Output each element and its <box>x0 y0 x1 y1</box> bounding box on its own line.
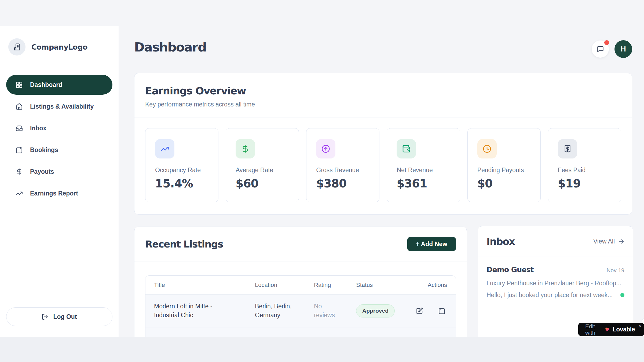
listing-rating: No reviews <box>314 302 339 320</box>
lovable-badge[interactable]: Edit with Lovable × <box>578 323 644 336</box>
trending-up-icon <box>155 139 174 158</box>
metrics-row: Occupancy Rate 15.4% Average Rate $60 Gr… <box>134 117 632 213</box>
recent-listings-title: Recent Listings <box>145 239 223 250</box>
col-title: Title <box>154 282 255 289</box>
metric-label: Net Revenue <box>397 167 450 174</box>
close-icon[interactable]: × <box>639 324 642 329</box>
sidebar-item-label: Earnings Report <box>30 190 78 197</box>
sidebar-item-bookings[interactable]: Bookings <box>6 140 112 160</box>
metric-average-rate: Average Rate $60 <box>226 128 299 202</box>
metric-fees-paid: Fees Paid $19 <box>548 128 621 202</box>
listings-table: Title Location Rating Status Actions Mod… <box>145 275 456 343</box>
metric-occupancy-rate: Occupancy Rate 15.4% <box>145 128 218 202</box>
col-location: Location <box>255 282 314 289</box>
message-subject: Luxury Penthouse in Prenzlauer Berg - Ro… <box>486 280 624 287</box>
table-row: Modern Loft in Mitte - Industrial Chic B… <box>145 294 456 327</box>
logo-text: CompanyLogo <box>31 43 87 51</box>
chat-button[interactable] <box>592 40 609 58</box>
metric-value: $19 <box>558 177 611 190</box>
sidebar-item-payouts[interactable]: Payouts <box>6 162 112 182</box>
metric-value: 15.4% <box>155 177 208 190</box>
metric-value: $361 <box>397 177 450 190</box>
earnings-subtitle: Key performance metrics across all time <box>145 101 621 108</box>
metric-value: $60 <box>236 177 289 190</box>
metric-label: Occupancy Rate <box>155 167 208 174</box>
notification-dot <box>604 40 609 45</box>
message-sender: Demo Guest <box>486 265 533 274</box>
status-badge: Approved <box>356 304 395 317</box>
inbox-message[interactable]: Demo Guest Nov 19 Luxury Penthouse in Pr… <box>478 257 633 308</box>
metric-label: Fees Paid <box>558 167 611 174</box>
logo: CompanyLogo <box>8 38 112 56</box>
grid-icon <box>16 81 23 88</box>
metric-pending-payouts: Pending Payouts $0 <box>467 128 541 202</box>
calendar-icon[interactable] <box>438 307 445 315</box>
trending-up-icon <box>16 190 23 197</box>
inbox-title: Inbox <box>486 236 515 247</box>
metric-label: Pending Payouts <box>477 167 531 174</box>
dollar-icon <box>236 139 255 158</box>
listing-title: Modern Loft in Mitte - Industrial Chic <box>154 302 235 320</box>
metric-gross-revenue: Gross Revenue $380 <box>306 128 379 202</box>
sidebar-item-label: Inbox <box>30 125 46 132</box>
col-rating: Rating <box>314 282 356 289</box>
metric-label: Average Rate <box>236 167 289 174</box>
sidebar-item-label: Payouts <box>30 168 54 175</box>
listing-location: Berlin, Berlin, Germany <box>255 302 306 320</box>
arrow-up-circle-icon <box>316 139 335 158</box>
arrow-right-icon <box>618 238 624 245</box>
metric-net-revenue: Net Revenue $361 <box>387 128 460 202</box>
lovable-prefix: Edit with <box>585 323 602 336</box>
clock-icon <box>477 139 497 158</box>
sidebar-item-label: Listings & Availability <box>30 103 94 110</box>
calendar-icon <box>16 146 23 154</box>
lovable-brand: Lovable <box>613 326 635 333</box>
logout-icon <box>42 313 48 320</box>
metric-label: Gross Revenue <box>316 167 369 174</box>
page-title: Dashboard <box>134 40 206 54</box>
message-preview: Hello, I just booked your place for next… <box>486 291 613 299</box>
col-actions: Actions <box>414 282 447 289</box>
receipt-icon <box>558 139 577 158</box>
logout-label: Log Out <box>53 313 77 320</box>
earnings-title: Earnings Overview <box>145 85 621 97</box>
company-logo-icon <box>8 38 25 56</box>
view-all-link[interactable]: View All <box>593 238 624 245</box>
dollar-icon <box>16 168 23 175</box>
metric-value: $380 <box>316 177 369 190</box>
sidebar-item-listings[interactable]: Listings & Availability <box>6 97 112 116</box>
metric-value: $0 <box>477 177 531 190</box>
sidebar: CompanyLogo Dashboard Listings & Availab… <box>0 26 119 337</box>
chat-icon <box>597 46 604 53</box>
inbox-icon <box>16 125 23 132</box>
logout-button[interactable]: Log Out <box>6 307 112 326</box>
sidebar-item-inbox[interactable]: Inbox <box>6 118 112 138</box>
table-header-row: Title Location Rating Status Actions <box>145 276 456 294</box>
avatar[interactable]: H <box>614 40 632 58</box>
edit-icon[interactable] <box>416 307 423 315</box>
sidebar-nav: Dashboard Listings & Availability Inbox … <box>6 75 112 203</box>
heart-icon <box>605 326 610 333</box>
earnings-overview-card: Earnings Overview Key performance metric… <box>134 73 632 215</box>
bottom-strip <box>0 337 644 362</box>
wallet-icon <box>397 139 416 158</box>
unread-dot <box>620 293 624 297</box>
col-status: Status <box>356 282 414 289</box>
sidebar-item-earnings-report[interactable]: Earnings Report <box>6 183 112 203</box>
add-new-button[interactable]: + Add New <box>407 237 456 251</box>
sidebar-item-label: Bookings <box>30 146 58 154</box>
sidebar-item-dashboard[interactable]: Dashboard <box>6 75 112 95</box>
message-date: Nov 19 <box>606 267 624 274</box>
home-icon <box>16 103 23 110</box>
sidebar-item-label: Dashboard <box>30 81 62 88</box>
